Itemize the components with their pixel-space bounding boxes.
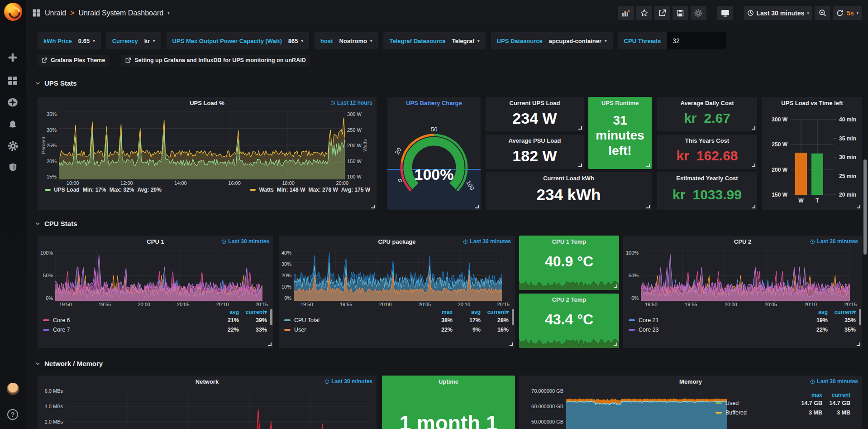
panel-time-link[interactable]: Last 30 minutes xyxy=(463,236,511,247)
variable-telegraf-datasource[interactable]: Telegraf DatasourceTelegraf▾ xyxy=(383,32,485,49)
battery-gauge[interactable]: 02050100100% xyxy=(387,110,481,200)
help-icon[interactable]: ? xyxy=(7,409,18,420)
panel-title[interactable]: Current UPS Load xyxy=(486,97,584,109)
share-button[interactable] xyxy=(654,6,670,20)
create-icon[interactable] xyxy=(6,51,19,64)
legend-column-current[interactable]: current xyxy=(822,392,850,398)
variable-value[interactable]: 0.65▾ xyxy=(78,38,95,44)
cpu1-chart[interactable] xyxy=(55,250,262,301)
cycle-view-monitor-button[interactable] xyxy=(717,6,733,20)
cpu2-chart[interactable] xyxy=(641,250,850,301)
save-button[interactable] xyxy=(672,6,688,20)
legend-column-current[interactable]: current▾ xyxy=(239,309,267,315)
row-header-network-memory[interactable]: Network / Memory xyxy=(35,360,103,367)
page-scrollbar[interactable] xyxy=(863,159,867,255)
panel-title[interactable]: CPU 1 Temp xyxy=(519,236,619,247)
panel-time-link[interactable]: Last 12 hours xyxy=(330,97,372,109)
link-grafana-plex-theme[interactable]: Grafana Plex Theme xyxy=(38,55,110,66)
variable-value[interactable]: Telegraf▾ xyxy=(452,38,479,44)
settings-gear-button[interactable] xyxy=(691,6,706,20)
legend-stat-avg: Avg: 20% xyxy=(137,187,162,193)
series-name[interactable]: Core 21 xyxy=(639,317,658,323)
panel-title[interactable]: Current Load kWh xyxy=(486,172,652,184)
legend-item[interactable]: WattsMin: 148 WMax: 278 WAvg: 175 W xyxy=(250,187,370,193)
legend-item[interactable]: UPS LoadMin: 17%Max: 32%Avg: 20% xyxy=(45,187,162,193)
legend-column-current[interactable]: current▾ xyxy=(828,309,856,315)
panel-title[interactable]: UPS Runtime xyxy=(588,97,652,109)
panel-title[interactable]: CPU 2 Temp xyxy=(519,294,619,305)
link-label: Setting up Grafana and InfluxDB for UPS … xyxy=(134,57,305,63)
legend-scrollbar[interactable] xyxy=(512,309,514,325)
panel-title[interactable]: UPS Load % xyxy=(38,97,377,109)
panel-title[interactable]: UPS Load vs Time left xyxy=(762,97,862,109)
variable-value[interactable]: kr▾ xyxy=(144,38,155,44)
series-name[interactable]: Core 6 xyxy=(53,317,70,323)
legend-column-avg[interactable]: avg xyxy=(211,309,239,315)
alerting-bell-icon[interactable] xyxy=(6,118,19,131)
panel-title[interactable]: UPS Battery Charge xyxy=(387,97,481,109)
zoom-out-button[interactable] xyxy=(815,6,830,20)
series-name[interactable]: Watts xyxy=(259,187,273,193)
apps-grid-icon[interactable] xyxy=(32,9,41,17)
variable-ups-max-output-power-capacity-watt-[interactable]: UPS Max Output Power Capacity (Watt)865▾ xyxy=(167,32,309,49)
panel-title[interactable]: Uptime xyxy=(382,376,515,387)
dashboard-caret-icon[interactable]: ▾ xyxy=(167,11,170,15)
variable-input[interactable]: 32 xyxy=(667,32,726,49)
panel-title[interactable]: This Years Cost xyxy=(657,135,757,146)
series-name[interactable]: Buffered xyxy=(725,410,747,416)
grafana-logo[interactable] xyxy=(4,3,22,21)
panel-time-link[interactable]: Last 30 minutes xyxy=(810,236,858,247)
panel-cpu1-temp: CPU 1 Temp 40.9 °C xyxy=(519,236,619,290)
variable-value[interactable]: Nostromo▾ xyxy=(339,38,372,44)
panel-title[interactable]: Average Daily Cost xyxy=(657,97,757,109)
load-vs-time-bar-chart[interactable]: 300 W250 W200 W150 W40 min35 min30 min25… xyxy=(762,109,862,207)
series-name[interactable]: Core 23 xyxy=(639,327,658,333)
refresh-interval-label[interactable]: 5s xyxy=(847,10,854,17)
panel-title[interactable]: Average PSU Load xyxy=(486,135,584,146)
memory-chart[interactable] xyxy=(566,391,727,429)
network-chart[interactable] xyxy=(66,391,372,429)
legend-column-max[interactable]: max xyxy=(424,309,453,315)
refresh-button[interactable]: 5s ▾ xyxy=(833,6,862,20)
panel-cpu2: CPU 2 Last 30 minutes 100%50%0% 19:5019:… xyxy=(623,236,862,348)
dashboards-icon[interactable] xyxy=(6,74,19,87)
configuration-gear-icon[interactable] xyxy=(6,140,19,152)
panel-time-link[interactable]: Last 30 minutes xyxy=(324,376,372,387)
series-name[interactable]: Used xyxy=(725,400,739,406)
panel-time-link[interactable]: Last 30 minutes xyxy=(221,236,269,247)
series-name[interactable]: UPS Load xyxy=(54,187,80,193)
user-avatar[interactable] xyxy=(7,383,19,395)
series-name[interactable]: Core 7 xyxy=(53,327,70,333)
variable-cpu-threads[interactable]: CPU Threads32 xyxy=(618,32,726,49)
star-button[interactable] xyxy=(636,6,652,20)
series-name[interactable]: CPU Total xyxy=(294,317,320,323)
panel-title[interactable]: Estimated Yearly Cost xyxy=(657,172,757,184)
explore-compass-icon[interactable] xyxy=(6,96,19,109)
series-name[interactable]: User xyxy=(294,327,306,333)
variable-currency[interactable]: Currencykr▾ xyxy=(106,32,161,49)
legend-scrollbar[interactable] xyxy=(270,309,272,325)
variable-host[interactable]: hostNostromo▾ xyxy=(315,32,378,49)
add-panel-button[interactable] xyxy=(618,6,634,20)
variable-ups-datasource[interactable]: UPS Datasourceapcupsd-container▾ xyxy=(491,32,613,49)
ups-load-chart[interactable] xyxy=(59,111,345,179)
panel-time-link[interactable]: Last 30 minutes xyxy=(810,376,858,387)
row-header-cpu-stats[interactable]: CPU Stats xyxy=(35,220,77,227)
variable-kwh-price[interactable]: kWh Price0.65▾ xyxy=(38,32,101,49)
legend-column-max[interactable]: max xyxy=(794,392,822,398)
link-ups-monitoring-guide[interactable]: Setting up Grafana and InfluxDB for UPS … xyxy=(121,55,310,66)
variable-value[interactable]: 865▾ xyxy=(288,38,303,44)
row-header-ups-stats[interactable]: UPS Stats xyxy=(35,79,77,87)
time-range-picker[interactable]: Last 30 minutes ▾ xyxy=(744,6,812,20)
server-admin-shield-icon[interactable] xyxy=(6,161,19,174)
variable-value[interactable]: apcupsd-container▾ xyxy=(549,38,607,44)
legend-column-current[interactable]: current▾ xyxy=(481,309,509,315)
axis-tick: 16:00 xyxy=(228,180,241,186)
breadcrumb-dashboard-title[interactable]: Unraid System Dashboard xyxy=(78,9,163,17)
legend-column-avg[interactable]: avg xyxy=(453,309,481,315)
cpu-package-chart[interactable] xyxy=(294,250,502,301)
legend-scrollbar[interactable] xyxy=(859,309,861,325)
legend-column-avg[interactable]: avg xyxy=(800,309,828,315)
refresh-caret-icon[interactable]: ▾ xyxy=(856,11,858,15)
breadcrumb-app[interactable]: Unraid xyxy=(45,9,66,17)
